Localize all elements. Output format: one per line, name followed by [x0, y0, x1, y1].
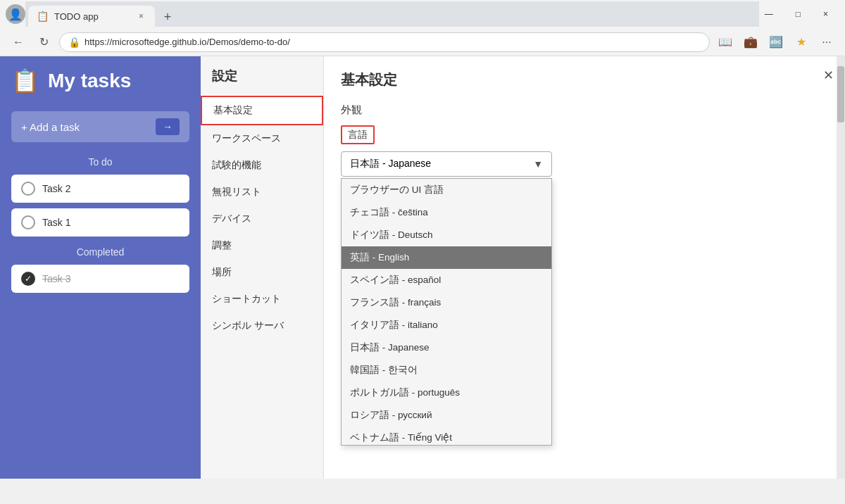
active-tab[interactable]: 📋 TODO app × — [28, 6, 155, 27]
url-bar[interactable]: 🔒 https://microsoftedge.github.io/Demos/… — [59, 32, 710, 52]
settings-item-symbol[interactable]: シンボル サーバ — [201, 313, 323, 339]
new-tab-button[interactable]: + — [158, 7, 177, 27]
dropdown-item-pt[interactable]: ポルトガル語 - português — [342, 382, 551, 404]
toolbar-right: 📖 💼 🔤 ★ ··· — [715, 32, 837, 52]
task-circle-task2 — [21, 182, 35, 196]
dropdown-item-cs[interactable]: チェコ語 - čeština — [342, 201, 551, 224]
completed-section-label: Completed — [11, 246, 189, 258]
dropdown-item-es[interactable]: スペイン語 - español — [342, 269, 551, 291]
scrollbar-track[interactable] — [837, 56, 845, 479]
task-item-task3[interactable]: ✓ Task 3 — [11, 265, 189, 293]
settings-item-location[interactable]: 場所 — [201, 259, 323, 286]
app-content: 📋 My tasks + Add a task → To do Task 2 T… — [0, 56, 845, 479]
sidebar-header: 📋 My tasks — [11, 68, 189, 94]
task-label-task2: Task 2 — [42, 183, 70, 194]
maximize-button[interactable]: □ — [790, 6, 806, 22]
task-label-task3: Task 3 — [42, 273, 70, 284]
settings-item-ignore[interactable]: 無視リスト — [201, 179, 323, 206]
window-controls: — □ × — [759, 6, 839, 22]
task-circle-task1 — [21, 215, 35, 229]
title-bar-left: 👤 — [6, 4, 25, 24]
read-aloud-icon[interactable]: 🔤 — [766, 32, 786, 52]
tab-favicon: 📋 — [37, 11, 49, 22]
favorites-icon[interactable]: ★ — [791, 32, 811, 52]
minimize-button[interactable]: — — [759, 6, 779, 22]
app-logo: 📋 — [11, 68, 39, 94]
settings-item-basic[interactable]: 基本設定 — [201, 96, 323, 125]
add-task-text: + Add a task — [21, 121, 80, 133]
more-options-icon[interactable]: ··· — [817, 32, 837, 52]
address-bar: ← ↻ 🔒 https://microsoftedge.github.io/De… — [0, 28, 845, 56]
task-item-task1[interactable]: Task 1 — [11, 208, 189, 237]
main-content-title: 基本設定 — [341, 70, 828, 89]
language-dropdown-container: 日本語 - Japanese ▼ ブラウザーの UI 言語 チェコ語 - češ… — [341, 151, 552, 177]
task-check-task3: ✓ — [21, 272, 35, 286]
dropdown-item-de[interactable]: ドイツ語 - Deutsch — [342, 224, 551, 246]
task-item-task2[interactable]: Task 2 — [11, 175, 189, 203]
refresh-button[interactable]: ↻ — [34, 32, 54, 52]
tab-title: TODO app — [54, 11, 130, 22]
settings-item-workspace[interactable]: ワークスペース — [201, 125, 323, 152]
dropdown-item-ja[interactable]: 日本語 - Japanese — [342, 336, 551, 359]
todo-section-label: To do — [11, 156, 189, 168]
language-dropdown-list[interactable]: ブラウザーの UI 言語 チェコ語 - čeština ドイツ語 - Deuts… — [341, 178, 552, 446]
sidebar: 📋 My tasks + Add a task → To do Task 2 T… — [0, 56, 201, 479]
settings-panel-title: 設定 — [201, 68, 323, 96]
language-label-wrapper: 言語 — [341, 125, 375, 144]
settings-panel: 設定 基本設定 ワークスペース 試験的機能 無視リスト デバイス 調整 場所 シ… — [201, 56, 324, 479]
url-text: https://microsoftedge.github.io/Demos/de… — [84, 37, 290, 47]
dropdown-arrow-icon: ▼ — [533, 158, 543, 170]
task-label-task1: Task 1 — [42, 217, 70, 228]
add-task-arrow-icon: → — [156, 118, 180, 135]
language-dropdown[interactable]: 日本語 - Japanese ▼ — [341, 151, 552, 177]
app-title: My tasks — [48, 70, 131, 92]
dropdown-item-fr[interactable]: フランス語 - français — [342, 291, 551, 314]
dropdown-item-vi[interactable]: ベトナム語 - Tiếng Việt — [342, 427, 551, 446]
settings-item-experimental[interactable]: 試験的機能 — [201, 152, 323, 179]
dropdown-item-en[interactable]: 英語 - English — [342, 246, 551, 269]
add-task-button[interactable]: + Add a task → — [11, 111, 189, 142]
appearance-heading: 外観 — [341, 103, 828, 117]
tab-close-button[interactable]: × — [136, 10, 146, 23]
scrollbar-thumb[interactable] — [837, 66, 844, 122]
reading-view-icon[interactable]: 📖 — [715, 32, 735, 52]
main-content: ✕ 基本設定 外観 言語 日本語 - Japanese ▼ ブラウザーの UI … — [324, 56, 845, 479]
settings-item-device[interactable]: デバイス — [201, 206, 323, 232]
window-close-button[interactable]: × — [818, 6, 834, 22]
back-button[interactable]: ← — [8, 32, 28, 52]
title-bar: 👤 📋 TODO app × + — □ × — [0, 0, 845, 28]
dropdown-item-it[interactable]: イタリア語 - italiano — [342, 314, 551, 336]
collections-icon[interactable]: 💼 — [741, 32, 760, 52]
close-button[interactable]: ✕ — [823, 68, 834, 83]
profile-icon[interactable]: 👤 — [6, 4, 25, 24]
dropdown-selected-value: 日本語 - Japanese — [350, 158, 431, 170]
language-label: 言語 — [348, 129, 368, 140]
dropdown-item-ru[interactable]: ロシア語 - русский — [342, 404, 551, 427]
add-task-label: + Add a task — [21, 121, 80, 133]
dropdown-item-ko[interactable]: 韓国語 - 한국어 — [342, 359, 551, 382]
settings-item-shortcut[interactable]: ショートカット — [201, 286, 323, 313]
tab-bar: 📋 TODO app × + — [25, 1, 759, 27]
browser-chrome: 👤 📋 TODO app × + — □ × ← ↻ 🔒 https://mic… — [0, 0, 845, 56]
dropdown-item-browser-ui[interactable]: ブラウザーの UI 言語 — [342, 179, 551, 201]
settings-item-adjust[interactable]: 調整 — [201, 232, 323, 259]
